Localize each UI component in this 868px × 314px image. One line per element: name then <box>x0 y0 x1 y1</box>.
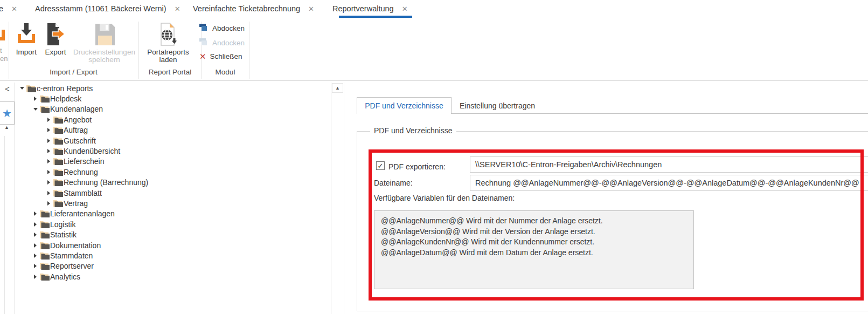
tab-label: te <box>0 4 3 13</box>
tree-expander-icon[interactable] <box>44 149 53 153</box>
tree-expander-icon[interactable] <box>31 97 40 101</box>
tree-item-label: Angebot <box>64 115 92 124</box>
tree-expander-icon[interactable] <box>44 128 53 132</box>
pdf-export-checkbox[interactable] <box>376 161 385 170</box>
tab-adressstamm[interactable]: Adressstamm (11061 Bäckerei Werni) ✕ <box>35 0 180 17</box>
scroll-up-icon[interactable]: ▲ <box>4 125 9 130</box>
left-scrollbar-track[interactable] <box>4 136 15 314</box>
tree-expander-icon[interactable] <box>17 87 26 90</box>
tree-item[interactable]: Dokumentation <box>15 240 331 250</box>
tree-expander-icon[interactable] <box>31 275 40 279</box>
tree-item[interactable]: Stammdaten <box>15 250 331 261</box>
portal-reports-button[interactable]: Portalreports laden <box>141 21 195 64</box>
tree-item[interactable]: Logistik <box>15 219 331 229</box>
export-label: Export <box>41 49 70 56</box>
tree-item-label: Dokumentation <box>50 241 101 250</box>
tree-scrollbar[interactable]: ▲ <box>331 83 344 314</box>
abdocken-label: Abdocken <box>212 24 245 32</box>
tree-expander-icon[interactable] <box>44 201 53 206</box>
undock-icon <box>199 24 209 33</box>
tree-item[interactable]: Auftrag <box>15 125 331 135</box>
tree-item[interactable]: Angebot <box>15 114 331 125</box>
variable-description: @@AnlageNummer@@ Wird mit der Nummer der… <box>381 216 687 227</box>
group-label-modul: Modul <box>202 68 249 76</box>
favorites-button[interactable]: ★ <box>0 101 15 125</box>
tree-item[interactable]: Analytics <box>15 271 331 282</box>
tree-expander-icon[interactable] <box>31 264 40 268</box>
tree-item[interactable]: Stammblatt <box>15 188 331 198</box>
tab-einstellung-uebertragen[interactable]: Einstellung übertragen <box>452 98 554 114</box>
tab-ticketabrechnung[interactable]: Vereinfachte Ticketabrechnung ✕ <box>193 0 314 17</box>
tree-item-label: Logistik <box>50 220 75 229</box>
filename-input[interactable] <box>470 175 868 191</box>
tree-item[interactable]: c-entron Reports <box>15 83 331 93</box>
tree-item[interactable]: Reportserver <box>15 261 331 271</box>
tab-truncated[interactable]: te ✕ <box>0 0 17 17</box>
folder-icon <box>53 200 63 207</box>
dock-icon <box>199 38 209 47</box>
import-label: Import <box>12 49 40 56</box>
ribbon-separator <box>249 22 249 79</box>
tree-expander-icon[interactable] <box>44 191 53 195</box>
export-icon <box>41 21 70 46</box>
tree-item[interactable]: Rechnung (Barrechnung) <box>15 178 331 188</box>
folder-icon <box>40 95 50 103</box>
collapse-panel-icon[interactable]: < <box>5 84 10 93</box>
tree-item-label: Reportserver <box>50 262 94 270</box>
tree-item-label: Lieferantenanlagen <box>50 209 115 218</box>
pdf-export-label: PDF exportieren: <box>388 162 446 171</box>
tree-item-label: Stammdaten <box>50 251 93 260</box>
tree-item[interactable]: Rechnung <box>15 167 331 177</box>
pdf-export-path-input[interactable] <box>470 156 868 173</box>
tree-item[interactable]: Gutschrift <box>15 135 331 146</box>
close-icon[interactable]: ✕ <box>308 5 314 12</box>
star-icon: ★ <box>2 108 12 119</box>
close-module-icon: ✕ <box>199 52 206 60</box>
tree-expander-icon[interactable] <box>31 254 40 258</box>
folder-icon <box>40 242 50 249</box>
tree-item[interactable]: Helpdesk <box>15 93 331 104</box>
andocken-label: Andocken <box>212 39 245 47</box>
tree-item[interactable]: Kundenanlagen <box>15 104 331 114</box>
tree-expander-icon[interactable] <box>44 118 53 122</box>
tree-item[interactable]: Statistik <box>15 229 331 240</box>
tree-expander-icon[interactable] <box>31 108 40 111</box>
tree-item-label: Helpdesk <box>50 94 81 103</box>
schliessen-button[interactable]: ✕ Schließen <box>199 52 242 60</box>
import-button[interactable]: Import <box>12 21 40 56</box>
tree-expander-icon[interactable] <box>44 180 53 185</box>
tree-item-label: Kundenanlagen <box>50 105 103 113</box>
print-settings-label: Druckeinstellungen speichern <box>71 49 138 64</box>
tree-item[interactable]: Kundenübersicht <box>15 146 331 156</box>
tree-item-label: Stammblatt <box>64 189 102 197</box>
close-icon[interactable]: ✕ <box>175 5 180 12</box>
close-icon[interactable]: ✕ <box>11 5 17 12</box>
tab-label: Reportverwaltung <box>332 4 394 13</box>
variable-description: @@AnlageDatum@@ Wird mit dem Datum der A… <box>381 248 687 258</box>
close-icon[interactable]: ✕ <box>402 5 408 12</box>
tree-expander-icon[interactable] <box>31 233 40 237</box>
folder-icon <box>53 116 63 124</box>
tab-pdf-und-verzeichnisse[interactable]: PDF und Verzeichnisse <box>357 97 452 114</box>
scroll-up-icon[interactable]: ▲ <box>332 83 343 93</box>
tree-expander-icon[interactable] <box>44 170 53 174</box>
tree-expander-icon[interactable] <box>44 139 53 143</box>
tab-reportverwaltung-active[interactable]: Reportverwaltung ✕ <box>332 0 408 17</box>
tree-item-label: Kundenübersicht <box>64 147 120 155</box>
import-icon <box>12 21 40 46</box>
tree-expander-icon[interactable] <box>44 159 53 163</box>
groupbox-title: PDF und Verzeichnisse <box>370 126 456 135</box>
report-management-window: te ✕ Adressstamm (11061 Bäckerei Werni) … <box>0 0 868 314</box>
export-button[interactable]: Export <box>41 21 70 56</box>
abdocken-button[interactable]: Abdocken <box>199 24 245 33</box>
tree-item[interactable]: Vertrag <box>15 198 331 208</box>
tree-item[interactable]: Lieferantenanlagen <box>15 209 331 219</box>
tree-item[interactable]: Lieferschein <box>15 156 331 167</box>
truncated-ribbon-button[interactable]: t en <box>0 21 8 63</box>
report-tree: c-entron Reports Helpdesk <box>15 83 331 314</box>
tree-expander-icon[interactable] <box>31 211 40 216</box>
tree-item-label: Lieferschein <box>64 157 105 166</box>
tree-expander-icon[interactable] <box>31 222 40 227</box>
folder-icon <box>40 210 50 217</box>
tree-expander-icon[interactable] <box>31 243 40 248</box>
